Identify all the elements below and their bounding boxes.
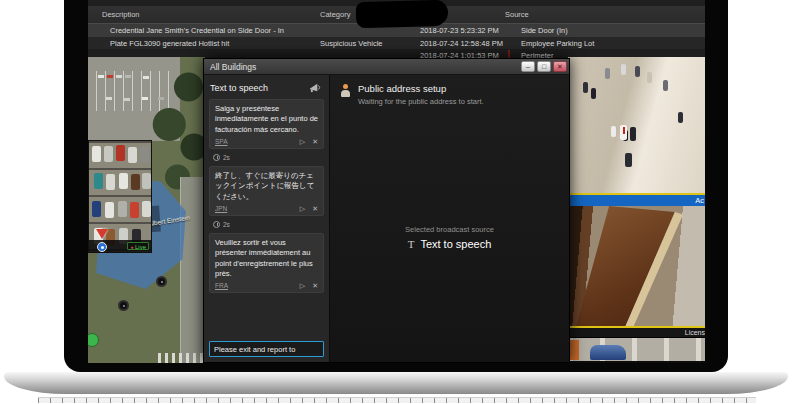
delay-row[interactable]: 2s bbox=[209, 218, 324, 231]
selected-source-name: Text to speech bbox=[420, 238, 491, 250]
map-camera-icon[interactable] bbox=[156, 276, 167, 287]
live-badge: ● Live bbox=[127, 242, 149, 250]
delay-value: 2s bbox=[223, 221, 230, 228]
lobby-camera-tile[interactable] bbox=[568, 57, 705, 195]
laptop-vent-strip bbox=[38, 397, 756, 403]
row-source: Employee Parking Lot bbox=[521, 39, 594, 48]
row-timestamp: 2018-07-23 5:23:32 PM bbox=[420, 26, 499, 35]
row-category: Suspicious Vehicle bbox=[320, 39, 383, 48]
remove-icon[interactable]: ✕ bbox=[312, 205, 318, 212]
remove-icon[interactable]: ✕ bbox=[312, 138, 318, 145]
plate-cam-detail bbox=[570, 340, 579, 360]
tts-message-input[interactable] bbox=[209, 341, 324, 357]
lobby-person bbox=[620, 125, 627, 140]
play-icon[interactable]: ▷ bbox=[300, 282, 305, 289]
row-source: Side Door (In) bbox=[521, 26, 568, 35]
tts-header: Text to speech bbox=[210, 82, 323, 93]
pa-status-text: Waiting for the public address to start. bbox=[358, 97, 484, 106]
lobby-person bbox=[625, 153, 632, 167]
dark-smudge-overlay bbox=[356, 0, 449, 28]
tts-message-card[interactable]: Veuillez sortir et vous présenter immédi… bbox=[209, 233, 324, 293]
laptop-mockup: Description Category Timestamp ▲ Source … bbox=[0, 0, 792, 404]
dialog-titlebar[interactable]: All Buildings – □ ✕ bbox=[204, 59, 569, 75]
pa-header: Public address setup Waiting for the pub… bbox=[330, 75, 569, 106]
license-camera-label: Licens bbox=[568, 328, 705, 337]
column-header-source[interactable]: Source bbox=[505, 10, 529, 19]
map-road bbox=[180, 177, 205, 363]
yield-sign-icon[interactable] bbox=[96, 229, 108, 239]
language-link[interactable]: FRA bbox=[215, 282, 293, 289]
map-parked-cars bbox=[98, 75, 104, 78]
map-small-parking bbox=[158, 353, 204, 363]
clock-icon bbox=[213, 154, 220, 161]
column-header-description[interactable]: Description bbox=[102, 10, 140, 19]
selected-source-row[interactable]: T Text to speech bbox=[330, 238, 569, 250]
tts-message-footer: FRA ▷ ✕ bbox=[215, 282, 318, 289]
laptop-base bbox=[4, 372, 788, 394]
column-header-category[interactable]: Category bbox=[320, 10, 350, 19]
broadcast-source-block: Selected broadcast source T Text to spee… bbox=[330, 225, 569, 250]
delay-value: 2s bbox=[223, 154, 230, 161]
remove-icon[interactable]: ✕ bbox=[312, 282, 318, 289]
maximize-button[interactable]: □ bbox=[537, 61, 551, 72]
close-button[interactable]: ✕ bbox=[553, 61, 567, 72]
camera-tiles-column: Ac Licens bbox=[568, 57, 705, 363]
clock-icon bbox=[213, 221, 220, 228]
text-to-speech-panel: Text to speech Salga y preséntese inmedi… bbox=[204, 75, 330, 362]
event-table: Description Category Timestamp ▲ Source … bbox=[88, 0, 705, 63]
map-status-marker[interactable] bbox=[88, 333, 99, 347]
lobby-people bbox=[583, 82, 588, 93]
tts-title: Text to speech bbox=[210, 83, 308, 93]
text-to-speech-icon: T bbox=[408, 238, 415, 250]
play-icon[interactable]: ▷ bbox=[300, 138, 305, 145]
dialog-body: Text to speech Salga y preséntese inmedi… bbox=[204, 75, 569, 362]
pa-title: Public address setup bbox=[358, 83, 484, 94]
public-address-panel: Public address setup Waiting for the pub… bbox=[330, 75, 569, 362]
record-dot-icon: ● bbox=[130, 244, 133, 250]
tts-message-text: Veuillez sortir et vous présenter immédi… bbox=[215, 238, 318, 279]
app-screen: Description Category Timestamp ▲ Source … bbox=[88, 0, 705, 363]
door-camera-tile[interactable] bbox=[568, 206, 705, 328]
row-description: Plate FGL3090 generated Hotlist hit bbox=[110, 39, 229, 48]
tts-message-text: Salga y preséntese inmediatamente en el … bbox=[215, 104, 318, 135]
all-buildings-dialog: All Buildings – □ ✕ Text to speech bbox=[203, 58, 570, 363]
map-camera-icon[interactable] bbox=[118, 300, 129, 311]
tts-message-card[interactable]: 終了し、すぐに最寄りのチェックインポイントに報告してください。 JPN ▷ ✕ bbox=[209, 166, 324, 216]
delay-row[interactable]: 2s bbox=[209, 151, 324, 164]
megaphone-icon[interactable] bbox=[308, 82, 323, 93]
dialog-title: All Buildings bbox=[210, 62, 519, 72]
person-icon bbox=[340, 84, 351, 98]
blue-car bbox=[590, 345, 626, 360]
language-link[interactable]: JPN bbox=[215, 205, 293, 212]
play-icon[interactable]: ▷ bbox=[300, 205, 305, 212]
tts-message-footer: JPN ▷ ✕ bbox=[215, 205, 318, 212]
tts-message-text: 終了し、すぐに最寄りのチェックインポイントに報告してください。 bbox=[215, 171, 318, 202]
map-roundabout-icon[interactable] bbox=[97, 242, 107, 252]
row-description: Credential Jane Smith's Credential on Si… bbox=[110, 26, 284, 35]
camera-title-bar[interactable]: Ac bbox=[568, 195, 705, 206]
lobby-person bbox=[630, 127, 636, 141]
minimize-button[interactable]: – bbox=[521, 61, 535, 72]
language-link[interactable]: SPA bbox=[215, 138, 293, 145]
license-plate-camera-tile[interactable] bbox=[568, 337, 705, 361]
tts-message-card[interactable]: Salga y preséntese inmediatamente en el … bbox=[209, 99, 324, 149]
selected-source-label: Selected broadcast source bbox=[330, 225, 569, 234]
tts-message-footer: SPA ▷ ✕ bbox=[215, 138, 318, 145]
map-view[interactable]: Albert Einstein ● Live bbox=[88, 57, 205, 363]
row-timestamp: 2018-07-24 12:58:48 PM bbox=[420, 39, 503, 48]
